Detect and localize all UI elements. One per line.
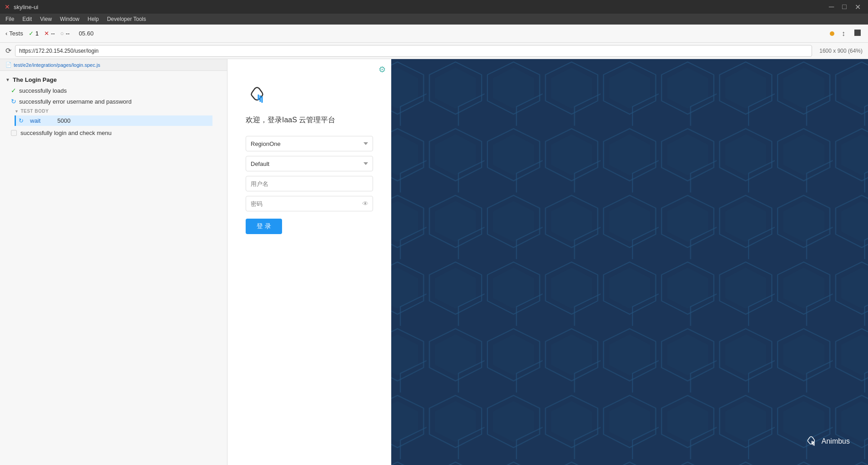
- pending-count: --: [66, 30, 70, 37]
- brand-logo: [246, 86, 373, 105]
- region-select[interactable]: RegionOne: [246, 136, 373, 151]
- refresh-button[interactable]: ⟳: [5, 46, 11, 55]
- cmd-running-icon: ↻: [16, 115, 26, 126]
- domain-select[interactable]: Default: [246, 156, 373, 171]
- window-controls: ─ □ ✕: [826, 2, 863, 12]
- animbus-label: Animbus: [822, 437, 850, 445]
- test-running-label: successfully error username and password: [19, 98, 131, 105]
- test-body-arrow-icon: ▼: [15, 109, 19, 114]
- test-body-section: ▼ TEST BODY ↻ wait 5000: [0, 107, 227, 128]
- settings-icon[interactable]: ⚙: [378, 65, 386, 75]
- sort-button[interactable]: ↕: [840, 29, 847, 39]
- fail-stat: ✕ --: [44, 30, 55, 37]
- app-title: skyline-ui: [14, 4, 38, 10]
- right-panel: ⚙: [227, 59, 868, 465]
- menu-file[interactable]: File: [2, 15, 18, 23]
- stop-button[interactable]: [853, 29, 863, 39]
- url-input[interactable]: [15, 45, 812, 57]
- hexagon-pattern-svg: [391, 59, 868, 465]
- animbus-logo-svg: [804, 436, 818, 447]
- suite-header[interactable]: ▼ The Login Page: [0, 75, 227, 85]
- menu-window[interactable]: Window: [56, 15, 83, 23]
- test-todo-label: successfully login and check menu: [20, 130, 111, 136]
- viewport-info: 1600 x 900 (64%): [819, 48, 863, 54]
- status-dot: [830, 31, 834, 36]
- address-bar: ⟳ 1600 x 900 (64%): [0, 43, 868, 59]
- test-tree: ▼ The Login Page ✓ successfully loads ↻ …: [0, 71, 227, 465]
- test-pass-icon: ✓: [11, 87, 16, 94]
- pass-count: 1: [35, 30, 39, 37]
- test-todo-checkbox[interactable]: [11, 130, 17, 136]
- cmd-value: 5000: [54, 115, 212, 126]
- menu-edit[interactable]: Edit: [19, 15, 35, 23]
- test-item-running[interactable]: ↻ successfully error username and passwo…: [0, 96, 227, 107]
- username-input[interactable]: [246, 176, 373, 191]
- tests-label: Tests: [9, 30, 23, 37]
- login-form-area: ⚙: [227, 59, 391, 465]
- brand-logo-svg: [246, 86, 268, 105]
- login-button[interactable]: 登 录: [246, 219, 282, 234]
- login-form-inner: 欢迎，登录IaaS 云管理平台 RegionOne Default: [227, 59, 391, 252]
- hex-background: Animbus: [391, 59, 868, 465]
- password-input[interactable]: [246, 196, 373, 211]
- maximize-button[interactable]: □: [839, 2, 849, 12]
- fail-count: --: [51, 30, 55, 37]
- stop-icon: [854, 30, 861, 36]
- file-path: 📄 test/e2e/integration/pages/login.spec.…: [0, 59, 227, 71]
- timer-display: 05.60: [79, 30, 94, 37]
- back-arrow-icon: ‹: [5, 30, 7, 37]
- tests-back-button[interactable]: ‹ Tests: [5, 30, 23, 37]
- suite-label: The Login Page: [13, 76, 57, 83]
- suite-arrow-icon: ▼: [5, 77, 10, 82]
- title-bar-left: ✕ skyline-ui: [5, 3, 38, 10]
- close-button[interactable]: ✕: [852, 2, 863, 12]
- app-layout: ‹ Tests ✓ 1 ✕ -- ○ -- 05.60 ↕ ⟳ 1600 x 9…: [0, 25, 868, 465]
- file-icon: 📄: [5, 62, 12, 68]
- svg-rect-8: [391, 59, 868, 465]
- test-item-pass[interactable]: ✓ successfully loads: [0, 85, 227, 96]
- pass-stat: ✓ 1: [29, 30, 39, 37]
- test-running-icon: ↻: [11, 98, 16, 105]
- command-row: ↻ wait 5000: [15, 115, 212, 126]
- animbus-logo: Animbus: [804, 436, 850, 447]
- pending-stat: ○ --: [61, 30, 70, 37]
- menu-view[interactable]: View: [36, 15, 56, 23]
- pass-checkmark-icon: ✓: [29, 30, 34, 37]
- toolbar: ‹ Tests ✓ 1 ✕ -- ○ -- 05.60 ↕: [0, 25, 868, 43]
- file-path-text: test/e2e/integration/pages/login.spec.js: [14, 62, 100, 68]
- login-page: ⚙: [227, 59, 868, 465]
- app-icon: ✕: [5, 3, 10, 10]
- minimize-button[interactable]: ─: [826, 2, 837, 12]
- test-body-label: ▼ TEST BODY: [15, 109, 212, 114]
- login-title: 欢迎，登录IaaS 云管理平台: [246, 115, 373, 125]
- password-toggle-icon[interactable]: 👁: [362, 200, 368, 207]
- password-wrapper: 👁: [246, 196, 373, 211]
- title-bar: ✕ skyline-ui ─ □ ✕: [0, 0, 868, 14]
- fail-x-icon: ✕: [44, 30, 49, 37]
- menu-help[interactable]: Help: [84, 15, 103, 23]
- cmd-name: wait: [26, 115, 54, 126]
- menu-bar: File Edit View Window Help Developer Too…: [0, 14, 868, 25]
- test-item-todo: successfully login and check menu: [0, 128, 227, 138]
- menu-developer-tools[interactable]: Developer Tools: [103, 15, 150, 23]
- test-pass-label: successfully loads: [19, 87, 67, 94]
- test-body-text: TEST BODY: [20, 109, 49, 114]
- left-panel: 📄 test/e2e/integration/pages/login.spec.…: [0, 59, 227, 465]
- browser-view: ⚙: [227, 59, 868, 465]
- pending-circle-icon: ○: [61, 30, 64, 37]
